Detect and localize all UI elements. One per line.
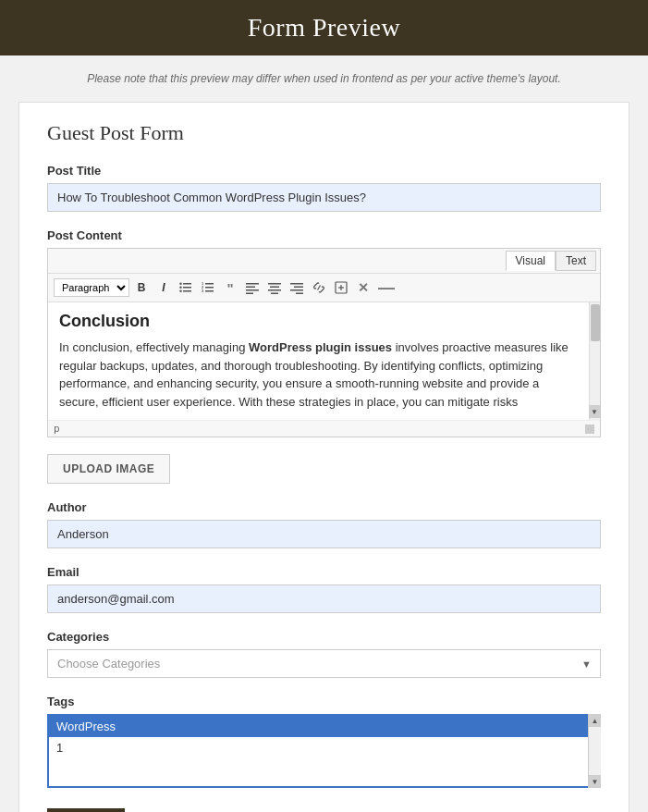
align-left-btn[interactable] <box>242 277 263 298</box>
editor-heading: Conclusion <box>59 312 581 331</box>
svg-rect-13 <box>246 287 255 289</box>
post-title-label: Post Title <box>47 164 601 178</box>
svg-rect-1 <box>183 287 191 289</box>
tags-scrollbar: ▲ ▼ <box>588 714 601 788</box>
tags-wrapper: WordPress 1 ▲ ▼ <box>47 714 601 788</box>
tab-text[interactable]: Text <box>556 251 596 271</box>
editor-wrapper: Visual Text Paragraph Heading 1 Heading … <box>47 248 601 437</box>
editor-resize-handle[interactable] <box>585 424 594 434</box>
tags-scroll-up[interactable]: ▲ <box>589 714 601 727</box>
svg-point-3 <box>179 283 181 285</box>
svg-rect-23 <box>296 293 303 295</box>
tags-group: Tags WordPress 1 ▲ ▼ <box>47 695 601 788</box>
page-title: Form Preview <box>248 13 400 42</box>
scroll-down-arrow[interactable]: ▼ <box>589 405 600 418</box>
tags-unselected-item[interactable]: 1 <box>49 737 599 765</box>
svg-rect-8 <box>205 290 214 292</box>
tags-scroll-track <box>589 727 601 775</box>
svg-point-4 <box>179 287 181 289</box>
email-label: Email <box>47 565 601 579</box>
svg-text:3: 3 <box>202 289 204 293</box>
editor-body: In conclusion, effectively managing Word… <box>59 338 581 411</box>
post-content-group: Post Content Visual Text Paragraph Headi… <box>47 228 601 437</box>
editor-content-area: Conclusion In conclusion, effectively ma… <box>48 302 600 420</box>
svg-rect-20 <box>290 283 303 285</box>
fullscreen-btn[interactable]: ✕ <box>353 277 373 298</box>
italic-btn[interactable]: I <box>153 277 174 298</box>
paragraph-select[interactable]: Paragraph Heading 1 Heading 2 Heading 3 <box>54 278 129 297</box>
page-header: Form Preview <box>0 0 648 55</box>
svg-rect-16 <box>268 283 281 285</box>
form-container: Guest Post Form Post Title Post Content … <box>18 102 630 812</box>
blockquote-btn[interactable]: " <box>220 277 240 298</box>
svg-rect-0 <box>183 283 191 285</box>
tags-listbox[interactable]: WordPress 1 <box>47 714 601 788</box>
tags-selected-item[interactable]: WordPress <box>49 716 599 737</box>
categories-label: Categories <box>47 630 601 644</box>
author-label: Author <box>47 500 601 514</box>
editor-toolbar: Paragraph Heading 1 Heading 2 Heading 3 … <box>48 274 600 302</box>
categories-select-wrapper: Choose Categories WordPress Plugins Tuto… <box>47 649 601 678</box>
editor-tabs: Visual Text <box>48 249 600 274</box>
svg-rect-19 <box>271 293 278 295</box>
categories-group: Categories Choose Categories WordPress P… <box>47 630 601 678</box>
post-title-input[interactable] <box>47 183 601 212</box>
tags-label: Tags <box>47 695 601 708</box>
ol-btn[interactable]: 123 <box>198 277 218 298</box>
ul-btn[interactable] <box>176 277 196 298</box>
tags-scroll-down[interactable]: ▼ <box>589 775 601 788</box>
editor-scrollbar[interactable]: ▼ <box>589 302 600 420</box>
align-right-btn[interactable] <box>287 277 307 298</box>
notice-text: Please note that this preview may differ… <box>87 72 561 85</box>
submit-button[interactable]: Submit <box>47 808 125 812</box>
svg-rect-18 <box>268 289 281 291</box>
insert-btn[interactable] <box>331 277 351 298</box>
svg-rect-2 <box>183 290 191 292</box>
svg-rect-21 <box>294 287 303 289</box>
email-input[interactable] <box>47 584 601 613</box>
svg-rect-22 <box>290 289 303 291</box>
editor-content[interactable]: Conclusion In conclusion, effectively ma… <box>48 302 600 420</box>
svg-point-5 <box>179 290 181 292</box>
upload-image-group: UPLOAD IMAGE <box>47 454 601 484</box>
author-input[interactable] <box>47 520 601 548</box>
svg-rect-17 <box>270 287 279 289</box>
tab-visual[interactable]: Visual <box>506 251 556 271</box>
email-group: Email <box>47 565 601 613</box>
upload-image-button[interactable]: UPLOAD IMAGE <box>47 454 170 484</box>
more-btn[interactable]: — <box>375 277 396 298</box>
editor-bottom-bar: p <box>48 420 600 437</box>
author-group: Author <box>47 500 601 548</box>
svg-rect-14 <box>246 289 259 291</box>
editor-tag: p <box>54 423 60 435</box>
form-title: Guest Post Form <box>47 121 601 145</box>
svg-rect-6 <box>205 283 214 285</box>
categories-select[interactable]: Choose Categories WordPress Plugins Tuto… <box>47 649 601 678</box>
post-content-label: Post Content <box>47 228 601 242</box>
align-center-btn[interactable] <box>264 277 285 298</box>
bold-btn[interactable]: B <box>131 277 152 298</box>
svg-rect-12 <box>246 283 259 285</box>
post-title-group: Post Title <box>47 164 601 212</box>
link-btn[interactable] <box>309 277 329 298</box>
svg-rect-15 <box>246 293 253 295</box>
editor-scroll-thumb <box>591 304 600 341</box>
notice-bar: Please note that this preview may differ… <box>0 55 648 94</box>
svg-rect-7 <box>205 287 214 289</box>
